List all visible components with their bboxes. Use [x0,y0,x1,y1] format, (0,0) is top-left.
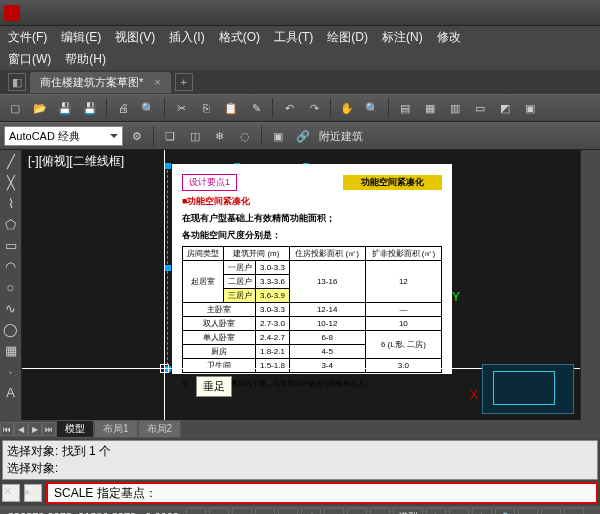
qp-toggle[interactable]: ▦ [370,508,390,514]
xline-icon[interactable]: ╳ [2,173,20,191]
table-row: 起居室一居户3.0-3.313-1612 [183,261,442,275]
layer-freeze-icon[interactable]: ❄ [209,125,231,147]
ann-vis-icon[interactable]: 👁 [449,508,469,514]
rectangle-icon[interactable]: ▭ [2,236,20,254]
tab-layout1[interactable]: 布局1 [94,420,138,438]
toolpalette-icon[interactable]: ▥ [444,97,466,119]
menu-view[interactable]: 视图(V) [115,29,155,46]
osnap-toggle[interactable]: ◻ [278,508,298,514]
command-history[interactable]: 选择对象: 找到 1 个 选择对象: [2,440,598,480]
lock-ui-icon[interactable]: 🔒 [495,508,515,514]
polar-toggle[interactable]: ⊕ [255,508,275,514]
cmd-prompt-icon[interactable]: ▸ [24,484,42,502]
polygon-icon[interactable]: ⬠ [2,215,20,233]
dyn-toggle[interactable]: ▭ [324,508,344,514]
line-icon[interactable]: ╱ [2,152,20,170]
ortho-toggle[interactable]: ⟂ [232,508,252,514]
ws-switch-icon[interactable]: ⚙ [472,508,492,514]
tab-layout2[interactable]: 布局2 [138,420,182,438]
paste-icon[interactable]: 📋 [220,97,242,119]
isolate-icon[interactable]: ◧ [541,508,561,514]
workspace-dropdown[interactable]: AutoCAD 经典 [4,126,123,146]
menu-file[interactable]: 文件(F) [8,29,47,46]
saveas-icon[interactable]: 💾 [79,97,101,119]
drawing-tab[interactable]: 商住楼建筑方案草图* × [30,72,171,93]
embedded-document: 设计要点1 功能空间紧凑化 ■功能空间紧凑化 在现有户型基础上有效精简功能面积；… [172,164,452,374]
tab-model[interactable]: 模型 [56,420,94,438]
point-icon[interactable]: · [2,362,20,380]
title-bar [0,0,600,26]
menu-modify[interactable]: 修改 [437,29,461,46]
new-icon[interactable]: ▢ [4,97,26,119]
close-tab-icon[interactable]: × [154,76,160,88]
menu-draw[interactable]: 绘图(D) [327,29,368,46]
clean-screen-icon[interactable]: ▣ [564,508,584,514]
table-row: 主卧室3.0-3.312-14— [183,303,442,317]
lwt-toggle[interactable]: ≡ [347,508,367,514]
block-icon[interactable]: ▣ [267,125,289,147]
standard-toolbar: ▢ 📂 💾 💾 🖨 🔍 ✂ ⎘ 📋 ✎ ↶ ↷ ✋ 🔍 ▤ ▦ ▥ ▭ ◩ ▣ [0,94,600,122]
hatch-icon[interactable]: ▦ [2,341,20,359]
spline-icon[interactable]: ∿ [2,299,20,317]
doc-table: 房间类型建筑开间 (m)住房投影面积 (㎡)扩非投影面积 (㎡) 起居室一居户3… [182,246,442,373]
otrack-toggle[interactable]: ∠ [301,508,321,514]
menu-format[interactable]: 格式(O) [219,29,260,46]
menu-insert[interactable]: 插入(I) [169,29,204,46]
layer-off-icon[interactable]: ◌ [234,125,256,147]
circle-icon[interactable]: ○ [2,278,20,296]
props-icon[interactable]: ▤ [394,97,416,119]
cut-icon[interactable]: ✂ [170,97,192,119]
matchprop-icon[interactable]: ✎ [245,97,267,119]
menu-window[interactable]: 窗口(W) [8,51,51,68]
cmd-close-icon[interactable]: ✕ [2,484,20,502]
xref-icon[interactable]: 🔗 [292,125,314,147]
home-tab-button[interactable]: ◧ [8,73,26,91]
layer-icon[interactable]: ❏ [159,125,181,147]
drawing-canvas[interactable]: [-][俯视][二维线框] 设计要点1 功能空间紧凑化 ■功能空间紧凑化 在现有… [22,150,580,420]
chevron-down-icon [110,134,118,138]
cmd-hist-line: 选择对象: 找到 1 个 [7,443,593,460]
undo-icon[interactable]: ↶ [278,97,300,119]
preview-icon[interactable]: 🔍 [137,97,159,119]
tab-last-icon[interactable]: ⏭ [42,422,56,436]
designcenter-icon[interactable]: ▦ [419,97,441,119]
menu-edit[interactable]: 编辑(E) [61,29,101,46]
polyline-icon[interactable]: ⌇ [2,194,20,212]
ann-scale-icon[interactable]: ⚲ [426,508,446,514]
file-tab-bar: ◧ 商住楼建筑方案草图* × + [0,70,600,94]
command-input[interactable] [46,482,598,504]
menu-tools[interactable]: 工具(T) [274,29,313,46]
open-icon[interactable]: 📂 [29,97,51,119]
cmd-hist-line: 选择对象: [7,460,593,477]
navigator-minimap[interactable] [482,364,574,414]
tab-first-icon[interactable]: ⏮ [0,422,14,436]
hardware-accel-icon[interactable]: ⬙ [518,508,538,514]
table-header-row: 房间类型建筑开间 (m)住房投影面积 (㎡)扩非投影面积 (㎡) [183,247,442,261]
model-toggle[interactable]: 模型 [393,508,423,514]
command-line: ✕ ▸ [2,482,598,504]
snap-toggle[interactable]: ▦ [186,508,206,514]
markup-icon[interactable]: ◩ [494,97,516,119]
ucs-x-label: X [470,388,478,402]
arc-icon[interactable]: ◠ [2,257,20,275]
sheetset-icon[interactable]: ▭ [469,97,491,119]
pan-icon[interactable]: ✋ [336,97,358,119]
menu-dimension[interactable]: 标注(N) [382,29,423,46]
osnap-tooltip: 垂足 [196,376,232,397]
copy-icon[interactable]: ⎘ [195,97,217,119]
save-icon[interactable]: 💾 [54,97,76,119]
ellipse-icon[interactable]: ◯ [2,320,20,338]
tab-next-icon[interactable]: ▶ [28,422,42,436]
redo-icon[interactable]: ↷ [303,97,325,119]
ws-gear-icon[interactable]: ⚙ [126,125,148,147]
menu-help[interactable]: 帮助(H) [65,51,106,68]
plot-icon[interactable]: 🖨 [112,97,134,119]
zoom-icon[interactable]: 🔍 [361,97,383,119]
new-tab-button[interactable]: + [175,73,193,91]
grid-toggle[interactable]: ▤ [209,508,229,514]
viewport-label[interactable]: [-][俯视][二维线框] [28,153,124,170]
calc-icon[interactable]: ▣ [519,97,541,119]
tab-prev-icon[interactable]: ◀ [14,422,28,436]
text-icon[interactable]: A [2,383,20,401]
layer-state-icon[interactable]: ◫ [184,125,206,147]
